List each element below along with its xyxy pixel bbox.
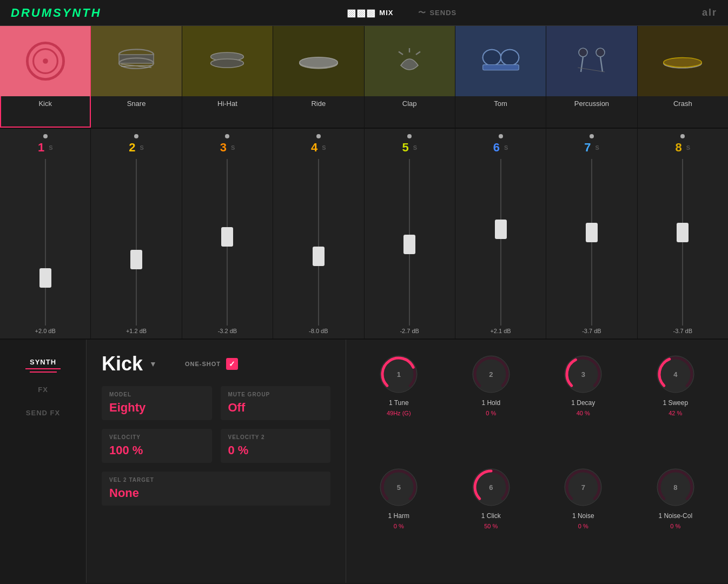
velocity2-value[interactable]: 0 % xyxy=(228,443,323,457)
hihat-label: Hi-Hat xyxy=(182,96,273,128)
knob-noise_col[interactable]: 8 1 Noise-Col 0 % xyxy=(634,466,718,570)
channel-solo-hihat[interactable]: S xyxy=(231,144,235,151)
knob-hold[interactable]: 2 1 Hold 0 % xyxy=(449,353,533,457)
velocity-value[interactable]: 100 % xyxy=(109,443,204,457)
fader-hihat[interactable] xyxy=(186,159,269,326)
svg-point-18 xyxy=(501,50,519,65)
knob-wrap-decay: 3 xyxy=(561,353,605,396)
knob-tune[interactable]: 1 1 Tune 49Hz (G) xyxy=(357,353,441,457)
sends-label: SENDS xyxy=(429,9,456,17)
fader-ride[interactable] xyxy=(276,159,360,326)
channel-hihat[interactable]: 3 S -3.2 dB xyxy=(182,129,273,339)
drum-pad-tom[interactable]: Tom xyxy=(455,26,546,128)
pan-knob-percussion[interactable] xyxy=(550,134,633,138)
nav-fx[interactable]: FX xyxy=(34,383,52,396)
air-logo: alr xyxy=(702,7,717,18)
drum-pad-clap[interactable]: Clap xyxy=(365,26,455,128)
channel-solo-clap[interactable]: S xyxy=(413,144,417,151)
pad-image-ride xyxy=(273,26,363,96)
drum-pad-snare[interactable]: Snare xyxy=(91,26,182,128)
one-shot-checkbox[interactable]: ✓ xyxy=(226,358,238,370)
fader-thumb-tom[interactable] xyxy=(495,220,507,239)
knob-click[interactable]: 6 1 Click 50 % xyxy=(449,466,533,570)
pan-knob-ride[interactable] xyxy=(276,134,360,138)
channel-solo-percussion[interactable]: S xyxy=(595,144,599,151)
fader-crash[interactable] xyxy=(641,159,725,326)
crash-label: Crash xyxy=(638,96,728,128)
channel-number-clap: 5 xyxy=(402,141,408,155)
channel-solo-snare[interactable]: S xyxy=(140,144,144,151)
pan-knob-hihat[interactable] xyxy=(186,134,269,138)
nav-synth[interactable]: SYNTH xyxy=(25,356,61,369)
drum-pad-kick[interactable]: Kick xyxy=(0,26,91,128)
fader-snare[interactable] xyxy=(94,159,178,326)
fader-track-kick xyxy=(45,159,46,326)
knob-decay[interactable]: 3 1 Decay 40 % xyxy=(541,353,625,457)
channel-db-clap: -2.7 dB xyxy=(400,328,419,334)
vel2-target-value[interactable]: None xyxy=(109,486,323,500)
pan-knob-crash[interactable] xyxy=(641,134,725,138)
channel-snare[interactable]: 2 S +1.2 dB xyxy=(91,129,182,339)
knob-noise[interactable]: 7 1 Noise 0 % xyxy=(541,466,625,570)
channel-percussion[interactable]: 7 S -3.7 dB xyxy=(546,129,637,339)
channel-header-snare: 2 S xyxy=(94,141,178,155)
pad-image-kick xyxy=(0,26,90,96)
channel-clap[interactable]: 5 S -2.7 dB xyxy=(365,129,455,339)
snare-label: Snare xyxy=(91,96,181,128)
nav-send-fx[interactable]: SEND FX xyxy=(22,407,64,419)
pan-knob-kick[interactable] xyxy=(3,134,87,138)
channel-solo-tom[interactable]: S xyxy=(504,144,508,151)
fader-thumb-clap[interactable] xyxy=(403,235,415,254)
fader-thumb-crash[interactable] xyxy=(677,223,689,242)
fader-thumb-ride[interactable] xyxy=(313,247,325,266)
drum-pad-ride[interactable]: Ride xyxy=(273,26,364,128)
drum-pad-percussion[interactable]: Percussion xyxy=(546,26,637,128)
knob-value-harm: 0 % xyxy=(394,523,404,529)
pan-knob-snare[interactable] xyxy=(94,134,178,138)
knob-harm[interactable]: 5 1 Harm 0 % xyxy=(357,466,441,570)
channel-solo-kick[interactable]: S xyxy=(49,144,52,151)
svg-line-22 xyxy=(581,57,583,72)
knob-wrap-tune: 1 xyxy=(377,353,420,396)
tom-label: Tom xyxy=(455,96,546,128)
one-shot-row: ONE-SHOT ✓ xyxy=(185,358,238,370)
fader-track-percussion xyxy=(591,159,592,326)
fader-tom[interactable] xyxy=(459,159,542,326)
model-value[interactable]: Eighty xyxy=(109,401,204,415)
knob-num-sweep: 4 xyxy=(673,370,677,379)
fader-kick[interactable] xyxy=(3,159,87,326)
checkmark-icon: ✓ xyxy=(229,360,235,368)
drum-pad-crash[interactable]: Crash xyxy=(638,26,728,128)
synth-panel: Kick ▼ ONE-SHOT ✓ MODEL Eighty MUTE GROU… xyxy=(87,340,346,583)
pan-knob-tom[interactable] xyxy=(459,134,542,138)
fader-clap[interactable] xyxy=(368,159,452,326)
channel-solo-ride[interactable]: S xyxy=(322,144,326,151)
channel-solo-crash[interactable]: S xyxy=(686,144,690,151)
channel-number-hihat: 3 xyxy=(220,141,227,155)
mute-group-value[interactable]: Off xyxy=(228,401,323,415)
knob-sweep[interactable]: 4 1 Sweep 42 % xyxy=(634,353,718,457)
knob-value-hold: 0 % xyxy=(486,410,496,416)
pan-knob-clap[interactable] xyxy=(368,134,452,138)
mute-group-label: MUTE GROUP xyxy=(228,391,323,397)
instrument-dropdown[interactable]: ▼ xyxy=(149,360,157,368)
knobs-panel: 1 1 Tune 49Hz (G) 2 1 Hold 0 % 3 1 Decay… xyxy=(346,340,728,583)
fader-thumb-hihat[interactable] xyxy=(221,227,233,247)
drum-pad-hihat[interactable]: Hi-Hat xyxy=(182,26,273,128)
fader-thumb-percussion[interactable] xyxy=(586,223,598,242)
fader-thumb-snare[interactable] xyxy=(130,250,142,269)
drum-strip: Kick Snare Hi-Hat xyxy=(0,26,728,129)
tab-mix[interactable]: ▩▩▩ MIX xyxy=(342,5,398,21)
knob-label-hold: 1 Hold xyxy=(481,399,500,407)
channel-ride[interactable]: 4 S -8.0 dB xyxy=(273,129,364,339)
fader-percussion[interactable] xyxy=(550,159,633,326)
channel-kick[interactable]: 1 S +2.0 dB xyxy=(0,129,91,339)
pan-dot-percussion xyxy=(590,134,594,138)
channel-number-ride: 4 xyxy=(311,141,317,155)
channel-tom[interactable]: 6 S +2.1 dB xyxy=(455,129,546,339)
clap-icon xyxy=(388,39,431,83)
tab-sends[interactable]: 〜 SENDS xyxy=(414,6,461,20)
channel-crash[interactable]: 8 S -3.7 dB xyxy=(638,129,728,339)
fader-thumb-kick[interactable] xyxy=(39,268,51,288)
channel-header-ride: 4 S xyxy=(276,141,360,155)
